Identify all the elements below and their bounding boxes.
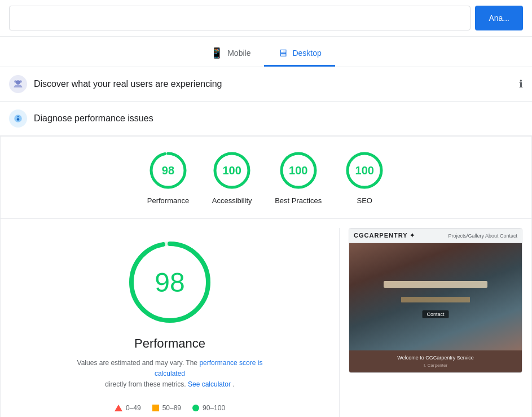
- screenshot-preview: CGCARPENTRY ✦ Projects/Gallery About Con…: [349, 228, 522, 373]
- legend-fail-label: 0–49: [126, 404, 141, 412]
- score-accessibility-circle: 100: [212, 150, 252, 191]
- legend-fail-icon: [115, 405, 122, 411]
- diagnose-section-header: Diagnose performance issues: [0, 102, 532, 136]
- detail-desc-text: Values are estimated and may vary. The: [77, 359, 197, 367]
- score-best-practices: 100 Best Practices: [275, 150, 322, 205]
- score-performance-circle: 98: [148, 150, 188, 191]
- tab-mobile-label: Mobile: [227, 49, 250, 58]
- legend-pass-label: 90–100: [203, 404, 225, 412]
- legend-pass: 90–100: [192, 404, 225, 412]
- detail-desc-text2: directly from these metrics.: [105, 380, 186, 388]
- diagnose-icon: [9, 109, 27, 128]
- discover-section-header: Discover what your real users are experi…: [0, 67, 532, 102]
- diagnose-title: Diagnose performance issues: [34, 113, 153, 124]
- score-best-practices-circle: 100: [278, 150, 319, 191]
- score-best-practices-label: Best Practices: [275, 196, 322, 205]
- detail-title: Performance: [134, 336, 205, 351]
- screenshot-footer-sub: I. Carpenter: [354, 363, 517, 368]
- legend-average-label: 50–89: [162, 404, 181, 412]
- legend-fail: 0–49: [115, 404, 141, 412]
- see-calculator-link[interactable]: See calculator: [188, 380, 231, 388]
- legend-average: 50–89: [152, 404, 181, 412]
- screenshot-logo: CGCARPENTRY ✦: [354, 232, 415, 239]
- score-accessibility-label: Accessibility: [212, 196, 252, 205]
- discover-icon: [9, 75, 27, 93]
- discover-info-icon[interactable]: ℹ: [519, 78, 523, 90]
- tab-desktop-label: Desktop: [292, 49, 321, 58]
- screenshot-footer: Welcome to CGCarpentry Service I. Carpen…: [349, 350, 522, 372]
- main-content: 98 Performance 100 Accessibility: [0, 136, 532, 417]
- svg-point-1: [14, 80, 17, 83]
- screenshot-contact-label: Contact: [422, 310, 449, 318]
- legend-average-icon: [152, 405, 159, 411]
- score-seo-circle: 100: [344, 150, 385, 191]
- big-performance-circle: 98: [125, 237, 215, 327]
- score-performance-value: 98: [162, 164, 174, 177]
- svg-point-2: [19, 80, 22, 83]
- score-accessibility-value: 100: [222, 164, 241, 177]
- tabs-container: 📱 Mobile 🖥 Desktop: [0, 37, 532, 67]
- screenshot-nav: Projects/Gallery About Contact: [448, 233, 517, 239]
- detail-right: CGCARPENTRY ✦ Projects/Gallery About Con…: [340, 219, 531, 417]
- screenshot-footer-title: Welcome to CGCarpentry Service: [354, 355, 517, 361]
- tab-desktop[interactable]: 🖥 Desktop: [264, 41, 335, 67]
- detail-section: 98 Performance Values are estimated and …: [1, 219, 531, 417]
- score-accessibility: 100 Accessibility: [212, 150, 252, 205]
- score-best-practices-value: 100: [289, 164, 307, 177]
- screenshot-header: CGCARPENTRY ✦ Projects/Gallery About Con…: [349, 229, 522, 243]
- detail-desc-punct: .: [232, 380, 234, 388]
- score-seo: 100 SEO: [344, 150, 385, 205]
- big-score-value: 98: [155, 267, 184, 298]
- score-seo-value: 100: [355, 164, 374, 177]
- mobile-icon: 📱: [210, 47, 223, 59]
- url-input[interactable]: https://ciarangriffin93.github.io/CGCarp…: [9, 6, 471, 30]
- score-performance: 98 Performance: [147, 150, 189, 205]
- legend-pass-icon: [192, 405, 199, 411]
- discover-title: Discover what your real users are experi…: [34, 79, 222, 89]
- analyze-button[interactable]: Ana...: [475, 6, 523, 30]
- score-performance-label: Performance: [147, 196, 189, 205]
- desktop-icon: 🖥: [278, 47, 288, 59]
- svg-point-4: [17, 118, 20, 121]
- detail-left: 98 Performance Values are estimated and …: [1, 219, 339, 417]
- legend-row: 0–49 50–89 90–100: [101, 400, 239, 416]
- detail-description: Values are estimated and may vary. The p…: [63, 358, 277, 390]
- screenshot-image: Contact: [349, 243, 522, 350]
- scores-grid: 98 Performance 100 Accessibility: [1, 137, 531, 219]
- score-seo-label: SEO: [357, 196, 372, 205]
- tab-mobile[interactable]: 📱 Mobile: [197, 41, 264, 67]
- url-bar-container: https://ciarangriffin93.github.io/CGCarp…: [0, 0, 532, 37]
